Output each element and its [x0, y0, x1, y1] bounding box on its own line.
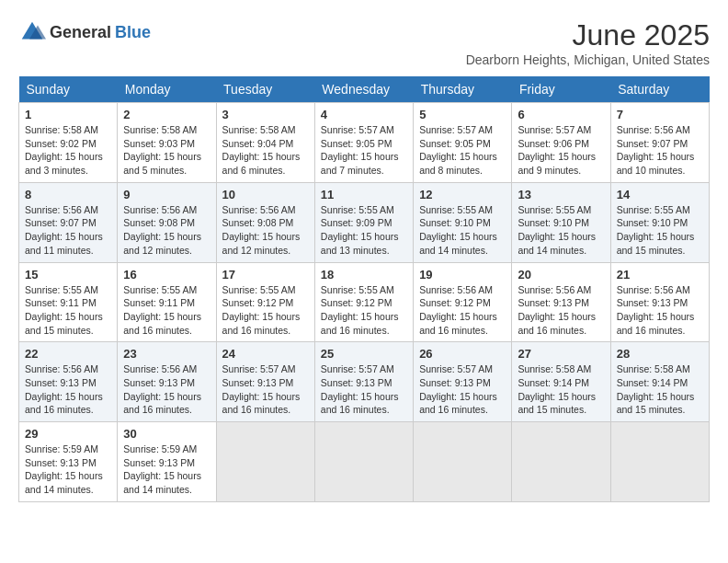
table-row [314, 422, 413, 502]
table-row: 1Sunrise: 5:58 AMSunset: 9:02 PMDaylight… [19, 103, 118, 183]
day-number: 7 [617, 108, 703, 121]
calendar-header-row: Sunday Monday Tuesday Wednesday Thursday… [19, 76, 710, 103]
col-tuesday: Tuesday [216, 76, 314, 103]
day-number: 8 [25, 188, 111, 201]
table-row: 10Sunrise: 5:56 AMSunset: 9:08 PMDayligh… [216, 182, 314, 262]
day-info: Sunrise: 5:58 AMSunset: 9:04 PMDaylight:… [222, 124, 301, 176]
table-row: 22Sunrise: 5:56 AMSunset: 9:13 PMDayligh… [19, 342, 118, 422]
table-row: 8Sunrise: 5:56 AMSunset: 9:07 PMDaylight… [19, 182, 118, 262]
day-number: 9 [123, 188, 210, 201]
day-info: Sunrise: 5:56 AMSunset: 9:13 PMDaylight:… [518, 284, 596, 336]
day-number: 22 [25, 347, 111, 361]
calendar-week-3: 15Sunrise: 5:55 AMSunset: 9:11 PMDayligh… [19, 262, 710, 342]
calendar-week-5: 29Sunrise: 5:59 AMSunset: 9:13 PMDayligh… [19, 422, 710, 502]
day-number: 27 [518, 347, 604, 361]
day-number: 14 [617, 188, 703, 201]
table-row: 3Sunrise: 5:58 AMSunset: 9:04 PMDaylight… [216, 103, 314, 183]
day-info: Sunrise: 5:55 AMSunset: 9:10 PMDaylight:… [518, 204, 596, 256]
table-row: 28Sunrise: 5:58 AMSunset: 9:14 PMDayligh… [610, 342, 709, 422]
day-number: 4 [321, 108, 407, 121]
table-row: 21Sunrise: 5:56 AMSunset: 9:13 PMDayligh… [610, 262, 709, 342]
day-info: Sunrise: 5:57 AMSunset: 9:05 PMDaylight:… [321, 124, 399, 176]
table-row: 14Sunrise: 5:55 AMSunset: 9:10 PMDayligh… [610, 182, 709, 262]
day-info: Sunrise: 5:55 AMSunset: 9:12 PMDaylight:… [222, 284, 301, 336]
day-info: Sunrise: 5:56 AMSunset: 9:13 PMDaylight:… [25, 363, 103, 415]
calendar: Sunday Monday Tuesday Wednesday Thursday… [18, 76, 710, 502]
day-number: 15 [25, 268, 111, 282]
day-info: Sunrise: 5:55 AMSunset: 9:10 PMDaylight:… [617, 204, 695, 256]
table-row: 9Sunrise: 5:56 AMSunset: 9:08 PMDaylight… [118, 182, 216, 262]
table-row: 19Sunrise: 5:56 AMSunset: 9:12 PMDayligh… [414, 262, 512, 342]
logo-icon [18, 18, 46, 46]
day-number: 26 [419, 347, 506, 361]
table-row: 15Sunrise: 5:55 AMSunset: 9:11 PMDayligh… [19, 262, 118, 342]
day-number: 16 [123, 268, 210, 282]
day-number: 24 [222, 347, 309, 361]
logo-general: General [50, 23, 111, 42]
table-row [610, 422, 709, 502]
day-info: Sunrise: 5:58 AMSunset: 9:14 PMDaylight:… [518, 363, 596, 415]
day-info: Sunrise: 5:55 AMSunset: 9:12 PMDaylight:… [321, 284, 399, 336]
table-row: 20Sunrise: 5:56 AMSunset: 9:13 PMDayligh… [512, 262, 610, 342]
day-info: Sunrise: 5:58 AMSunset: 9:02 PMDaylight:… [25, 124, 103, 176]
table-row: 23Sunrise: 5:56 AMSunset: 9:13 PMDayligh… [118, 342, 216, 422]
calendar-week-2: 8Sunrise: 5:56 AMSunset: 9:07 PMDaylight… [19, 182, 710, 262]
day-info: Sunrise: 5:56 AMSunset: 9:07 PMDaylight:… [617, 124, 695, 176]
day-info: Sunrise: 5:55 AMSunset: 9:10 PMDaylight:… [419, 204, 497, 256]
day-info: Sunrise: 5:56 AMSunset: 9:08 PMDaylight:… [222, 204, 301, 256]
day-info: Sunrise: 5:57 AMSunset: 9:13 PMDaylight:… [222, 363, 301, 415]
day-info: Sunrise: 5:59 AMSunset: 9:13 PMDaylight:… [123, 443, 201, 495]
table-row: 27Sunrise: 5:58 AMSunset: 9:14 PMDayligh… [512, 342, 610, 422]
day-number: 21 [617, 268, 703, 282]
day-info: Sunrise: 5:56 AMSunset: 9:12 PMDaylight:… [419, 284, 497, 336]
location-title: Dearborn Heights, Michigan, United State… [466, 52, 710, 67]
day-number: 29 [25, 427, 111, 441]
table-row: 16Sunrise: 5:55 AMSunset: 9:11 PMDayligh… [118, 262, 216, 342]
table-row [512, 422, 610, 502]
day-number: 23 [123, 347, 210, 361]
day-info: Sunrise: 5:56 AMSunset: 9:13 PMDaylight:… [123, 363, 201, 415]
day-info: Sunrise: 5:56 AMSunset: 9:07 PMDaylight:… [25, 204, 103, 256]
day-info: Sunrise: 5:55 AMSunset: 9:11 PMDaylight:… [25, 284, 103, 336]
table-row: 29Sunrise: 5:59 AMSunset: 9:13 PMDayligh… [19, 422, 118, 502]
day-info: Sunrise: 5:56 AMSunset: 9:13 PMDaylight:… [617, 284, 695, 336]
table-row: 12Sunrise: 5:55 AMSunset: 9:10 PMDayligh… [414, 182, 512, 262]
month-title: June 2025 [466, 18, 710, 52]
col-saturday: Saturday [610, 76, 709, 103]
day-info: Sunrise: 5:56 AMSunset: 9:08 PMDaylight:… [123, 204, 201, 256]
day-info: Sunrise: 5:58 AMSunset: 9:03 PMDaylight:… [123, 124, 201, 176]
table-row: 25Sunrise: 5:57 AMSunset: 9:13 PMDayligh… [314, 342, 413, 422]
col-wednesday: Wednesday [314, 76, 413, 103]
table-row: 6Sunrise: 5:57 AMSunset: 9:06 PMDaylight… [512, 103, 610, 183]
col-sunday: Sunday [19, 76, 118, 103]
col-friday: Friday [512, 76, 610, 103]
day-info: Sunrise: 5:58 AMSunset: 9:14 PMDaylight:… [617, 363, 695, 415]
table-row: 13Sunrise: 5:55 AMSunset: 9:10 PMDayligh… [512, 182, 610, 262]
table-row: 4Sunrise: 5:57 AMSunset: 9:05 PMDaylight… [314, 103, 413, 183]
day-info: Sunrise: 5:57 AMSunset: 9:13 PMDaylight:… [321, 363, 399, 415]
table-row: 30Sunrise: 5:59 AMSunset: 9:13 PMDayligh… [118, 422, 216, 502]
day-number: 2 [123, 108, 210, 121]
table-row: 26Sunrise: 5:57 AMSunset: 9:13 PMDayligh… [414, 342, 512, 422]
col-monday: Monday [118, 76, 216, 103]
table-row: 11Sunrise: 5:55 AMSunset: 9:09 PMDayligh… [314, 182, 413, 262]
logo-blue: Blue [115, 23, 151, 42]
calendar-week-1: 1Sunrise: 5:58 AMSunset: 9:02 PMDaylight… [19, 103, 710, 183]
day-info: Sunrise: 5:57 AMSunset: 9:13 PMDaylight:… [419, 363, 497, 415]
page-header: GeneralBlue June 2025 Dearborn Heights, … [18, 18, 710, 67]
day-number: 10 [222, 188, 309, 201]
day-number: 20 [518, 268, 604, 282]
day-info: Sunrise: 5:59 AMSunset: 9:13 PMDaylight:… [25, 443, 103, 495]
logo: GeneralBlue [18, 18, 151, 46]
table-row: 7Sunrise: 5:56 AMSunset: 9:07 PMDaylight… [610, 103, 709, 183]
day-number: 1 [25, 108, 111, 121]
table-row: 2Sunrise: 5:58 AMSunset: 9:03 PMDaylight… [118, 103, 216, 183]
day-info: Sunrise: 5:55 AMSunset: 9:09 PMDaylight:… [321, 204, 399, 256]
day-number: 6 [518, 108, 604, 121]
day-number: 25 [321, 347, 407, 361]
table-row: 5Sunrise: 5:57 AMSunset: 9:05 PMDaylight… [414, 103, 512, 183]
day-number: 13 [518, 188, 604, 201]
col-thursday: Thursday [414, 76, 512, 103]
day-number: 5 [419, 108, 506, 121]
day-number: 28 [617, 347, 703, 361]
